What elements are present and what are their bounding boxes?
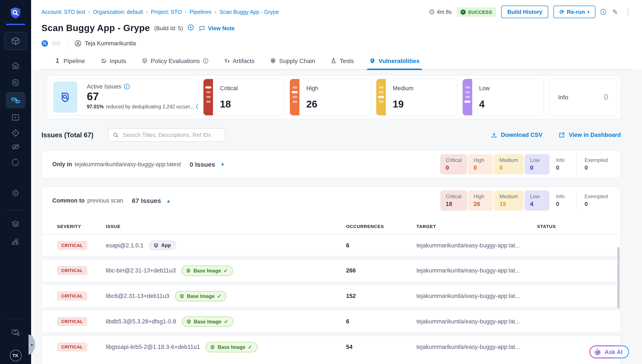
sidebar-item-pipelines[interactable]	[0, 92, 31, 108]
harness-sto-logo-icon[interactable]	[0, 6, 31, 21]
sidebar-item-account-settings[interactable]	[0, 237, 31, 246]
issues-search[interactable]	[108, 128, 226, 142]
issue-name[interactable]: esapi@2.1.0.1	[106, 242, 144, 248]
breadcrumb-separator: ›	[88, 9, 90, 15]
table-row[interactable]: CRITICAL libgssapi-krb5-2@1.18.3-6+deb11…	[42, 336, 620, 358]
execution-compare-icon[interactable]	[187, 24, 195, 32]
tab-policy-evaluations[interactable]: Policy Evaluations i	[141, 54, 209, 69]
sidebar-item-exemptions[interactable]	[0, 142, 31, 152]
high-card[interactable]: High 26	[289, 78, 371, 116]
more-options-button[interactable]: ⋮	[624, 7, 632, 17]
sidebar-item-targets[interactable]	[0, 128, 31, 138]
table-row[interactable]: CRITICAL esapi@2.1.0.1 App 6 tejakummari…	[42, 234, 620, 256]
tab-tests[interactable]: Tests	[330, 54, 355, 69]
search-input[interactable]	[122, 131, 221, 138]
table-row[interactable]: CRITICAL libdb5.3@5.3.28+dfsg1-0.8 Base …	[42, 310, 620, 332]
issue-name[interactable]: libgssapi-krb5-2@1.18.3-6+deb11u1	[106, 344, 200, 350]
group-common-to: Common to previous scan 67 Issues ▴ Crit…	[42, 186, 621, 364]
base-image-tag: Base Image ✓	[182, 316, 233, 327]
tab-pipeline[interactable]: Pipeline	[54, 54, 86, 69]
triggered-by-user: Teja Kummarikuntla	[74, 40, 136, 47]
sidebar-item-getting-started[interactable]	[0, 158, 31, 167]
sidebar-item-project-settings[interactable]: ⚙	[0, 189, 31, 197]
ask-ai-button[interactable]: Ask AI	[589, 346, 629, 358]
chevron-up-icon[interactable]: ▴	[167, 198, 170, 204]
help-chat-icon	[10, 328, 21, 338]
target-value: tejakummarikuntla/easy-buggy-app:lat...	[416, 344, 537, 350]
tab-inputs[interactable]: Inputs	[100, 54, 127, 69]
base-image-tag: Base Image ✓	[175, 291, 226, 301]
high-count: 26	[306, 98, 317, 110]
issue-name[interactable]: libc6@2.31-13+deb11u3	[106, 293, 169, 299]
tab-artifacts[interactable]: Artifacts	[223, 54, 255, 69]
medium-card[interactable]: Medium 19	[376, 78, 457, 116]
breadcrumb-pipelines[interactable]: Pipelines	[190, 9, 212, 15]
info-icon[interactable]: i	[203, 58, 208, 64]
vulnerabilities-shield-icon	[369, 58, 375, 64]
download-csv-link[interactable]: Download CSV	[491, 132, 542, 138]
occurrences-value: 6	[346, 242, 416, 248]
view-note-link[interactable]: View Note	[199, 25, 235, 31]
build-history-button[interactable]: Build History	[501, 6, 548, 18]
breadcrumb-current[interactable]: Scan Buggy App - Grype	[220, 9, 279, 15]
check-icon: ✓	[224, 268, 228, 274]
issue-name[interactable]: libdb5.3@5.3.28+dfsg1-0.8	[106, 318, 176, 325]
active-issues-tile	[53, 82, 77, 113]
severity-pills: Critical0 High0 Medium0 Low0 Info0 Exemp…	[439, 154, 613, 174]
pipelines-icon	[10, 95, 21, 105]
group-target: previous scan	[87, 197, 123, 204]
sidebar-item-home[interactable]	[0, 61, 31, 70]
low-label: Low	[479, 85, 490, 92]
low-card[interactable]: Low 4	[462, 78, 544, 116]
check-icon: ✓	[248, 344, 252, 350]
breadcrumb-account[interactable]: Account: STO test	[42, 9, 85, 15]
table-row[interactable]: CRITICAL libc-bin@2.31-13+deb11u3 Base I…	[42, 260, 620, 282]
page-header: Account: STO test › Organization: defaul…	[31, 0, 642, 70]
power-arc-icon	[11, 158, 20, 167]
table-scrollbar[interactable]	[617, 247, 619, 308]
pill-exempted: Exempted0	[576, 190, 613, 211]
breadcrumb-project[interactable]: Project: STO	[151, 9, 182, 15]
active-issues-card: Active Issues i 67 97.01% reduced by ded…	[50, 78, 198, 116]
group-prefix: Common to	[52, 197, 85, 204]
package-icon	[179, 294, 184, 298]
sidebar-item-help[interactable]	[0, 328, 31, 338]
comment-icon	[199, 25, 205, 31]
user-avatar[interactable]: TK	[0, 350, 31, 362]
issue-name[interactable]: libc-bin@2.31-13+deb11u3	[106, 267, 176, 274]
check-icon: ✓	[460, 9, 466, 14]
ai-robot-icon	[593, 348, 602, 356]
active-issues-label: Active Issues	[87, 83, 121, 90]
execution-duration: 4m 8s	[429, 9, 451, 15]
info-card[interactable]: Info 0	[549, 78, 617, 116]
chevron-down-icon[interactable]: ▾	[221, 161, 224, 167]
info-icon[interactable]: i	[601, 9, 606, 15]
summary-cards: Active Issues i 67 97.01% reduced by ded…	[47, 75, 621, 119]
package-icon	[186, 268, 191, 273]
low-severity-bar-icon	[463, 79, 472, 115]
critical-card[interactable]: Critical 18	[203, 78, 285, 116]
tab-supply-chain[interactable]: Supply Chain	[269, 54, 316, 69]
sidebar-item-executions[interactable]	[0, 113, 31, 122]
app-root: ⚙ TK ► Account: STO test › Organization:…	[0, 0, 642, 364]
tab-vulnerabilities[interactable]: Vulnerabilities	[369, 54, 420, 69]
sidebar-item-org-settings[interactable]	[0, 220, 31, 229]
breadcrumb-org[interactable]: Organization: default	[93, 9, 143, 15]
info-icon[interactable]: i	[124, 84, 129, 90]
breadcrumb: Account: STO test › Organization: defaul…	[42, 9, 279, 15]
critical-label: Critical	[220, 85, 238, 92]
caret-down-icon: ▾	[587, 10, 589, 14]
expand-arrow-icon: ►	[31, 343, 34, 346]
view-in-dashboard-link[interactable]: View in Dashboard	[559, 132, 621, 138]
pill-critical: Critical18	[440, 190, 467, 211]
critical-severity-bar-icon	[204, 79, 213, 115]
rerun-button[interactable]: ⟳ Re-run ▾	[553, 6, 595, 18]
policy-shield-icon	[142, 58, 148, 64]
module-selector-button[interactable]	[0, 32, 31, 50]
pill-low: Low4	[524, 190, 549, 211]
info-icon[interactable]: i	[196, 104, 198, 109]
sidebar-item-sto-overview[interactable]	[0, 78, 31, 88]
row-separator	[42, 307, 620, 310]
table-row[interactable]: CRITICAL libc6@2.31-13+deb11u3 Base Imag…	[42, 285, 620, 307]
edit-pipeline-button[interactable]: ✎	[611, 7, 619, 16]
